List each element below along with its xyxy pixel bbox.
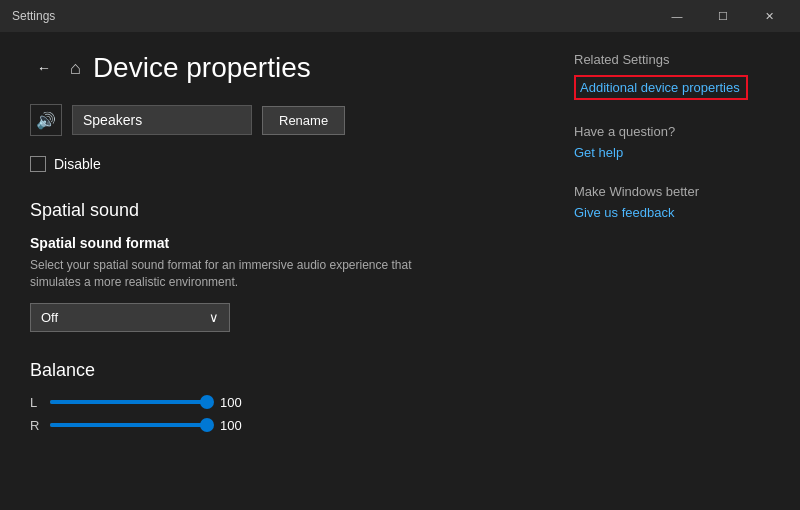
left-panel: ← ⌂ Device properties 🔊 Rename Disable S…	[0, 32, 550, 510]
right-panel: Related Settings Additional device prope…	[550, 32, 800, 510]
give-feedback-link[interactable]: Give us feedback	[574, 205, 776, 220]
minimize-button[interactable]: —	[654, 0, 700, 32]
rename-button[interactable]: Rename	[262, 106, 345, 135]
chevron-down-icon: ∨	[209, 310, 219, 325]
left-slider-row: L 100	[30, 395, 520, 410]
disable-label: Disable	[54, 156, 101, 172]
settings-title-label: Settings	[12, 9, 55, 23]
back-arrow-icon: ←	[37, 60, 51, 76]
dropdown-value: Off	[41, 310, 58, 325]
additional-device-properties-link[interactable]: Additional device properties	[574, 75, 748, 100]
left-slider-fill	[50, 400, 210, 404]
related-settings-title: Related Settings	[574, 52, 776, 67]
left-slider-value: 100	[220, 395, 242, 410]
right-slider-value: 100	[220, 418, 242, 433]
close-button[interactable]: ✕	[746, 0, 792, 32]
spatial-sound-section: Spatial sound Spatial sound format Selec…	[30, 200, 520, 332]
home-icon: ⌂	[70, 58, 81, 79]
right-channel-label: R	[30, 418, 40, 433]
title-bar-left: Settings	[12, 9, 55, 23]
page-header: ← ⌂ Device properties	[30, 52, 520, 84]
balance-section: Balance L 100 R 100	[30, 360, 520, 433]
device-row: 🔊 Rename	[30, 104, 520, 136]
title-bar-controls: — ☐ ✕	[654, 0, 792, 32]
make-windows-better-section: Make Windows better Give us feedback	[574, 184, 776, 220]
spatial-sound-format-label: Spatial sound format	[30, 235, 520, 251]
speaker-icon-box: 🔊	[30, 104, 62, 136]
disable-row: Disable	[30, 156, 520, 172]
spatial-sound-dropdown[interactable]: Off ∨	[30, 303, 230, 332]
right-slider-row: R 100	[30, 418, 520, 433]
left-channel-label: L	[30, 395, 40, 410]
page-title: Device properties	[93, 52, 311, 84]
right-slider-fill	[50, 423, 210, 427]
spatial-sound-desc: Select your spatial sound format for an …	[30, 257, 450, 291]
have-question-title: Have a question?	[574, 124, 776, 139]
have-question-section: Have a question? Get help	[574, 124, 776, 160]
back-button[interactable]: ←	[30, 54, 58, 82]
device-name-input[interactable]	[72, 105, 252, 135]
right-slider-thumb[interactable]	[200, 418, 214, 432]
get-help-link[interactable]: Get help	[574, 145, 776, 160]
maximize-button[interactable]: ☐	[700, 0, 746, 32]
disable-checkbox[interactable]	[30, 156, 46, 172]
make-windows-better-title: Make Windows better	[574, 184, 776, 199]
left-slider-track	[50, 400, 210, 404]
related-settings-section: Related Settings Additional device prope…	[574, 52, 776, 124]
title-bar: Settings — ☐ ✕	[0, 0, 800, 32]
balance-title: Balance	[30, 360, 520, 381]
right-slider-track	[50, 423, 210, 427]
content-wrapper: ← ⌂ Device properties 🔊 Rename Disable S…	[0, 32, 800, 510]
left-slider-thumb[interactable]	[200, 395, 214, 409]
speaker-icon: 🔊	[36, 111, 56, 130]
spatial-sound-title: Spatial sound	[30, 200, 520, 221]
